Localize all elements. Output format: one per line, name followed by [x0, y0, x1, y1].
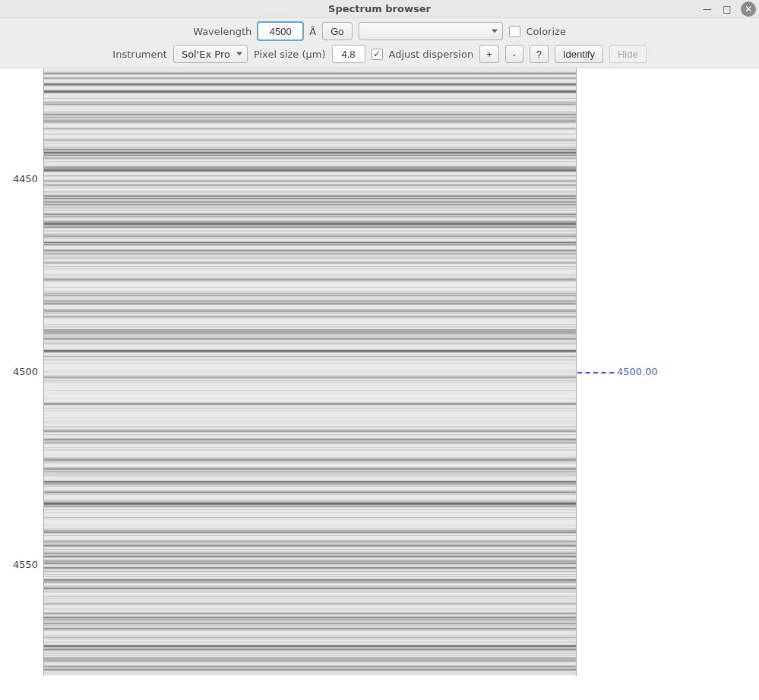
chevron-down-icon [492, 30, 498, 33]
window-controls: — □ ✕ [701, 2, 756, 17]
colorize-label: Colorize [527, 26, 566, 37]
chevron-down-icon [236, 52, 242, 56]
adjust-dispersion-label: Adjust dispersion [389, 49, 474, 60]
wavelength-unit: Å [309, 26, 316, 37]
toolbar-row-1: Wavelength Å Go Colorize [6, 22, 753, 40]
help-button[interactable]: ? [530, 45, 549, 63]
instrument-select-value: Sol'Ex Pro [182, 49, 230, 60]
instrument-select[interactable]: Sol'Ex Pro [173, 45, 248, 63]
pixel-size-label: Pixel size (μm) [254, 49, 326, 60]
pixel-size-input[interactable] [332, 45, 365, 63]
spectrum-strip[interactable] [43, 68, 577, 676]
minimize-icon[interactable]: — [701, 3, 713, 15]
go-button[interactable]: Go [322, 22, 352, 40]
axis-tick-label: 4450 [0, 173, 38, 184]
dispersion-minus-button[interactable]: - [505, 45, 523, 63]
dispersion-plus-button[interactable]: + [479, 45, 499, 63]
wavelength-marker-value: 4500.00 [617, 366, 658, 377]
colorize-checkbox[interactable] [509, 26, 520, 37]
axis-tick-label: 4500 [0, 366, 38, 377]
toolbar-row-2: Instrument Sol'Ex Pro Pixel size (μm) Ad… [6, 45, 753, 63]
window-title: Spectrum browser [328, 3, 431, 14]
wavelength-marker-line [577, 372, 614, 374]
line-select[interactable] [359, 22, 503, 40]
spectrum-view: 445045004550 4500.00 Wavelenght : 4560.1… [0, 68, 759, 700]
close-icon[interactable]: ✕ [741, 2, 756, 17]
adjust-dispersion-checkbox[interactable] [372, 49, 383, 60]
title-bar: Spectrum browser — □ ✕ [0, 0, 759, 18]
toolbar: Wavelength Å Go Colorize Instrument Sol'… [0, 18, 759, 68]
maximize-icon[interactable]: □ [721, 3, 733, 15]
instrument-label: Instrument [112, 49, 167, 60]
hide-button[interactable]: Hide [609, 45, 647, 63]
axis-tick-label: 4550 [0, 559, 38, 570]
wavelength-label: Wavelength [193, 26, 251, 37]
wavelength-input[interactable] [258, 22, 303, 40]
identify-button[interactable]: Identify [555, 45, 603, 63]
